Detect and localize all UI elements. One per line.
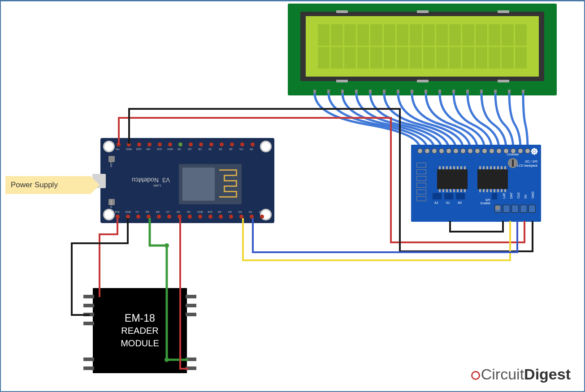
svg-point-0: [533, 150, 535, 152]
spi-enable-label: SPI Enable: [481, 198, 490, 205]
wire-lat: [450, 221, 503, 232]
addr-a2: A2: [434, 201, 438, 204]
wire-scl: [253, 218, 517, 252]
i2c-chip-1: [437, 169, 468, 189]
backpack-title2: LCD backpack: [517, 164, 537, 167]
rst-button: [108, 156, 115, 162]
lcd-bezel: [300, 12, 544, 81]
i2c-lcd-backpack: Contrast I2C / SPI LCD backpack A2 A1 A0…: [411, 145, 541, 222]
addr-a0: A0: [458, 201, 462, 204]
svg-point-7: [532, 152, 534, 155]
nodemcu-board: VinGNDRSTEN3V3GNDSKSOSCS1S2S3VUA0 3V3GND…: [100, 138, 274, 223]
contrast-pot: [508, 158, 518, 168]
em18-label: EM-18 READER MODULE: [121, 312, 159, 349]
nodemcu-subtitle: Lolin: [153, 184, 161, 188]
nodemcu-version: V3: [162, 177, 170, 184]
power-supply-label: Power Supply: [5, 176, 91, 194]
left-pads: [416, 163, 426, 201]
wiring-diagram: Contrast I2C / SPI LCD backpack A2 A1 A0…: [0, 0, 585, 392]
circuitdigest-logo: CircuitDigest: [471, 366, 571, 383]
svg-point-5: [532, 149, 534, 151]
lcd-display-area: [306, 16, 539, 77]
esp8266-module: [179, 164, 242, 204]
backpack-title1: I2C / SPI: [525, 160, 537, 163]
lcd-16x2: [288, 4, 557, 95]
terminal-blocks: [494, 205, 536, 213]
svg-point-9: [165, 243, 169, 248]
lcd-char-grid: [318, 24, 527, 69]
adafruit-flower-icon: [530, 147, 538, 155]
pcb-antenna: [219, 169, 237, 199]
wire-em18-vcc: [100, 218, 117, 297]
wire-sda: [243, 218, 510, 260]
addr-a1: A1: [446, 201, 450, 204]
rf-shield: [182, 168, 215, 201]
em18-rfid-reader: EM-18 READER MODULE: [93, 288, 187, 373]
logo-icon: [471, 371, 480, 380]
nodemcu-title: NodeMcu: [132, 177, 159, 184]
contrast-label: Contrast: [507, 153, 519, 156]
svg-point-6: [535, 149, 537, 151]
svg-point-8: [535, 152, 537, 155]
